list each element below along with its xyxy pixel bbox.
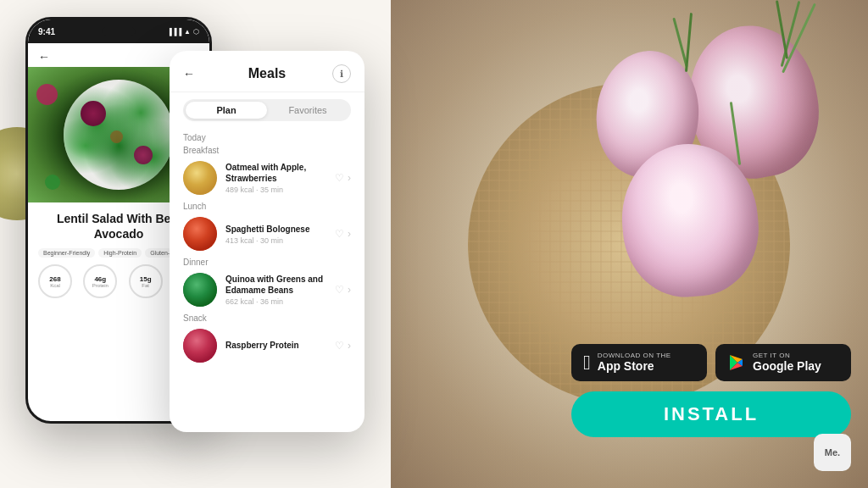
google-play-name: Google Play — [753, 359, 821, 374]
chevron-icon-spaghetti[interactable]: › — [348, 228, 351, 240]
category-snack: Snack — [170, 312, 364, 324]
chevron-icon-oatmeal[interactable]: › — [348, 172, 351, 184]
heart-icon-spaghetti[interactable]: ♡ — [335, 228, 344, 240]
meal-info-oatmeal: Oatmeal with Apple, Strawberries 489 kca… — [225, 162, 326, 194]
app-store-button[interactable]:  Download on the App Store — [571, 344, 707, 381]
meal-name-oatmeal: Oatmeal with Apple, Strawberries — [225, 162, 326, 184]
meal-actions-oatmeal: ♡ › — [335, 172, 351, 184]
heart-icon-raspberry[interactable]: ♡ — [335, 340, 344, 352]
meal-row-quinoa[interactable]: Quinoa with Greens and Edamame Beans 662… — [170, 268, 364, 312]
category-dinner: Dinner — [170, 256, 364, 268]
tab-favorites[interactable]: Favorites — [267, 102, 348, 119]
section-today: Today — [170, 128, 364, 144]
meal-actions-raspberry: ♡ › — [335, 340, 351, 352]
app-store-text: Download on the App Store — [598, 352, 671, 374]
me-button[interactable]: Me. — [814, 434, 851, 471]
meals-back-button[interactable]: ← — [183, 67, 202, 80]
category-lunch: Lunch — [170, 200, 364, 212]
tag-protein: High-Protein — [98, 248, 142, 258]
meal-row-spaghetti[interactable]: Spaghetti Bolognese 413 kcal · 30 min ♡ … — [170, 212, 364, 256]
app-store-sub: Download on the — [598, 352, 671, 359]
back-button[interactable]: ← — [38, 50, 50, 64]
meal-meta-oatmeal: 489 kcal · 35 min — [225, 186, 326, 194]
meals-header: ← Meals ℹ — [170, 51, 364, 92]
meal-actions-quinoa: ♡ › — [335, 284, 351, 296]
store-buttons:  Download on the App Store GET IT ON Go… — [571, 344, 851, 381]
install-label: INSTALL — [664, 403, 759, 424]
salad-bowl — [64, 80, 174, 190]
status-time: 9:41 — [38, 27, 55, 36]
stat-fat: 15g Fat — [129, 264, 163, 298]
meal-name-spaghetti: Spaghetti Bolognese — [225, 224, 326, 235]
category-breakfast: Breakfast — [170, 144, 364, 156]
chevron-icon-raspberry[interactable]: › — [348, 340, 351, 352]
google-play-text: GET IT ON Google Play — [753, 352, 821, 374]
meal-info-spaghetti: Spaghetti Bolognese 413 kcal · 30 min — [225, 224, 326, 245]
meals-title: Meals — [202, 66, 332, 81]
meal-icon-quinoa — [183, 273, 217, 307]
google-play-icon — [727, 353, 746, 372]
app-store-name: App Store — [598, 359, 671, 374]
meal-row-raspberry[interactable]: Raspberry Protein ♡ › — [170, 324, 364, 368]
salad-beet-2 — [134, 146, 153, 164]
meal-name-quinoa: Quinoa with Greens and Edamame Beans — [225, 274, 326, 296]
stat-kcal: 268 Kcal — [38, 264, 72, 298]
tab-bar: Plan Favorites — [183, 99, 351, 121]
meal-icon-raspberry — [183, 329, 217, 363]
chevron-icon-quinoa[interactable]: › — [348, 284, 351, 296]
heart-icon-oatmeal[interactable]: ♡ — [335, 172, 344, 184]
phone-notch: 9:41 ▐▐▐ ▲ ⬡ — [28, 19, 209, 43]
google-play-sub: GET IT ON — [753, 352, 821, 359]
meal-meta-quinoa: 662 kcal · 36 min — [225, 297, 326, 306]
info-button[interactable]: ℹ — [332, 64, 351, 83]
main-container: 9:41 ▐▐▐ ▲ ⬡ ← Lent — [0, 0, 868, 488]
right-panel:  Download on the App Store GET IT ON Go… — [571, 344, 851, 437]
google-play-button[interactable]: GET IT ON Google Play — [715, 344, 851, 381]
apple-icon:  — [583, 351, 591, 374]
meal-actions-spaghetti: ♡ › — [335, 228, 351, 240]
meal-info-raspberry: Raspberry Protein — [225, 340, 326, 352]
install-button[interactable]: INSTALL — [571, 391, 851, 437]
meal-meta-spaghetti: 413 kcal · 30 min — [225, 236, 326, 245]
meal-name-raspberry: Raspberry Protein — [225, 340, 326, 351]
phone-secondary: ← Meals ℹ Plan Favorites Today Breakfast… — [170, 51, 364, 432]
tag-beginner: Beginner-Friendly — [38, 248, 95, 258]
status-icons: ▐▐▐ ▲ ⬡ — [167, 28, 199, 36]
meal-icon-spaghetti — [183, 217, 217, 251]
meal-row-oatmeal[interactable]: Oatmeal with Apple, Strawberries 489 kca… — [170, 156, 364, 200]
salad-beet-1 — [81, 101, 106, 126]
stat-protein: 46g Protein — [83, 264, 117, 298]
meal-icon-oatmeal — [183, 161, 217, 195]
meal-info-quinoa: Quinoa with Greens and Edamame Beans 662… — [225, 274, 326, 306]
heart-icon-quinoa[interactable]: ♡ — [335, 284, 344, 296]
tab-plan[interactable]: Plan — [186, 102, 267, 119]
